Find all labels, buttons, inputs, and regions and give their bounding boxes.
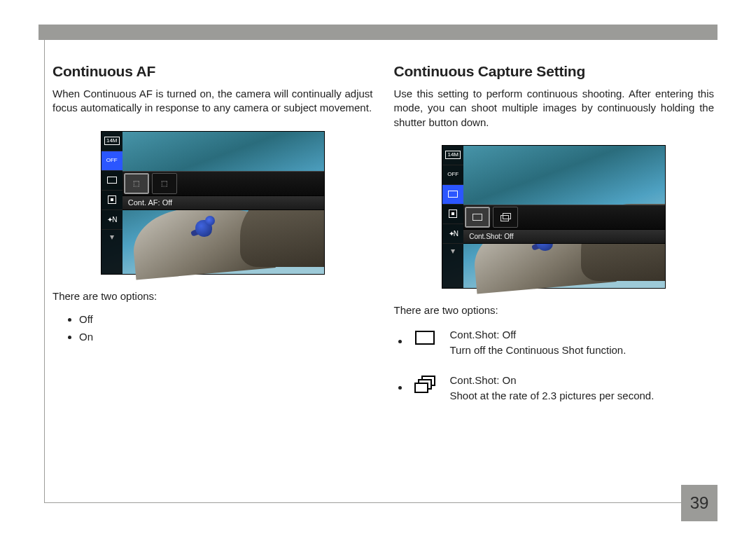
opt-af-on-icon[interactable]: ⬚ xyxy=(152,173,177,194)
side-cont-shot-icon-2[interactable] xyxy=(442,185,463,205)
options-intro-capture: There are two options: xyxy=(394,304,715,316)
side-cont-shot-icon[interactable] xyxy=(102,171,122,191)
side-resolution-icon-2[interactable]: 14M xyxy=(442,146,463,165)
menu-sidebar: 14M OFF ✦N ▾ xyxy=(102,132,122,274)
contshot-off-desc: Turn off the Continuous Shot function. xyxy=(450,343,626,358)
multi-frame-icon xyxy=(410,373,440,394)
page-number: 39 xyxy=(681,485,718,521)
opt-contshot-on-icon[interactable] xyxy=(493,207,518,228)
body-continuous-capture: Use this setting to perform continuous s… xyxy=(394,87,715,130)
chevron-down-icon[interactable]: ▾ xyxy=(102,230,122,244)
options-intro-af: There are two options: xyxy=(52,290,373,302)
page-number-text: 39 xyxy=(690,493,709,513)
side-quality-icon[interactable]: ✦N xyxy=(102,210,122,230)
options-list-capture: Cont.Shot: Off Turn off the Continuous S… xyxy=(410,327,715,404)
single-frame-icon xyxy=(410,327,440,348)
option-on: On xyxy=(79,331,373,343)
manual-page: Continuous AF When Continuous AF is turn… xyxy=(0,0,756,550)
option-label-af: Cont. AF: Off xyxy=(122,196,324,210)
two-columns: Continuous AF When Continuous AF is turn… xyxy=(52,28,714,419)
contshot-on-title: Cont.Shot: On xyxy=(450,373,654,388)
option-contshot-off: Cont.Shot: Off Turn off the Continuous S… xyxy=(410,327,715,358)
left-rule xyxy=(44,40,45,502)
contshot-on-desc: Shoot at the rate of 2.3 pictures per se… xyxy=(450,388,654,404)
option-strip-af: ⬚ ⬚ xyxy=(122,171,324,196)
side-cont-af-icon-2[interactable]: OFF xyxy=(442,165,463,185)
opt-af-off-icon[interactable]: ⬚ xyxy=(124,173,149,194)
heading-continuous-capture: Continuous Capture Setting xyxy=(394,63,715,80)
header-bar xyxy=(38,25,718,40)
opt-contshot-off-icon[interactable] xyxy=(465,207,490,228)
menu-sidebar-2: 14M OFF ✦N ▾ xyxy=(442,146,463,288)
side-metering-icon[interactable] xyxy=(102,191,122,210)
option-off: Off xyxy=(79,313,373,325)
side-cont-af-icon[interactable]: OFF xyxy=(102,151,122,171)
camera-lcd-capture: 14M OFF ✦N ▾ Cont.Shot: Off xyxy=(442,145,666,289)
bottom-rule xyxy=(44,502,718,503)
left-column: Continuous AF When Continuous AF is turn… xyxy=(52,63,373,419)
body-continuous-af: When Continuous AF is turned on, the cam… xyxy=(52,87,373,116)
side-resolution-icon[interactable]: 14M xyxy=(102,132,122,151)
option-label-capture: Cont.Shot: Off xyxy=(463,230,665,244)
option-strip-capture xyxy=(463,205,665,230)
side-quality-icon-2[interactable]: ✦N xyxy=(442,224,463,244)
options-list-af: Off On xyxy=(79,313,373,343)
heading-continuous-af: Continuous AF xyxy=(52,63,373,80)
side-metering-icon-2[interactable] xyxy=(442,205,463,224)
photo-bird xyxy=(191,214,219,242)
contshot-off-title: Cont.Shot: Off xyxy=(450,327,626,343)
camera-lcd-af: 14M OFF ✦N ▾ ⬚ ⬚ Cont. AF: Off xyxy=(101,131,325,275)
option-contshot-on: Cont.Shot: On Shoot at the rate of 2.3 p… xyxy=(410,373,715,404)
right-column: Continuous Capture Setting Use this sett… xyxy=(394,63,715,419)
chevron-down-icon-2[interactable]: ▾ xyxy=(442,244,463,258)
